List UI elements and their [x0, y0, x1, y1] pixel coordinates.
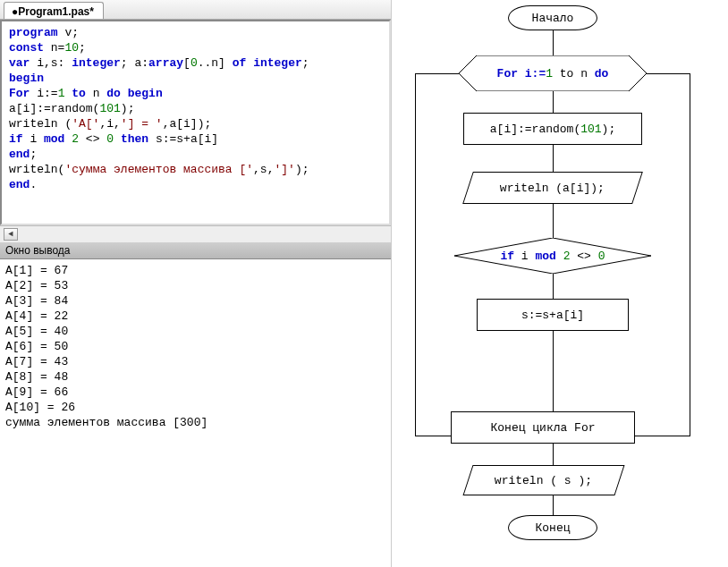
flow-line [553, 444, 554, 465]
tab-bar: ●Program1.pas* [0, 0, 391, 20]
flow-sum: s:=s+a[i] [477, 299, 629, 331]
flow-writeln-s: writeln ( s ); [462, 465, 624, 495]
flow-line [553, 145, 554, 172]
scrollbar[interactable]: ◄ [0, 225, 391, 241]
flow-for: For i:=1 to n do [459, 55, 647, 91]
flow-condition: if i mod 2 <> 0 [454, 238, 651, 274]
flow-assign: a[i]:=random(101); [463, 113, 642, 145]
flow-endloop: Конец цикла For [451, 411, 635, 444]
flow-line [553, 274, 554, 299]
output-header: Окно вывода [0, 241, 391, 259]
flow-line [553, 30, 554, 55]
file-tab[interactable]: ●Program1.pas* [4, 2, 104, 19]
flowchart: Начало For i:=1 to n do a[i]:=random(101… [392, 0, 728, 567]
flow-line [553, 331, 554, 411]
output-pane: A[1] = 67 A[2] = 53 A[3] = 84 A[4] = 22 … [0, 259, 391, 567]
flow-line [553, 91, 554, 113]
flow-line [553, 495, 554, 515]
flow-line [553, 204, 554, 238]
flow-start: Начало [508, 5, 597, 30]
scroll-left-arrow-icon[interactable]: ◄ [4, 228, 18, 241]
flow-end: Конец [508, 515, 597, 540]
code-editor[interactable]: program v; const n=10; var i,s: integer;… [0, 20, 391, 225]
flow-writeln-ai: writeln (a[i]); [462, 172, 643, 204]
